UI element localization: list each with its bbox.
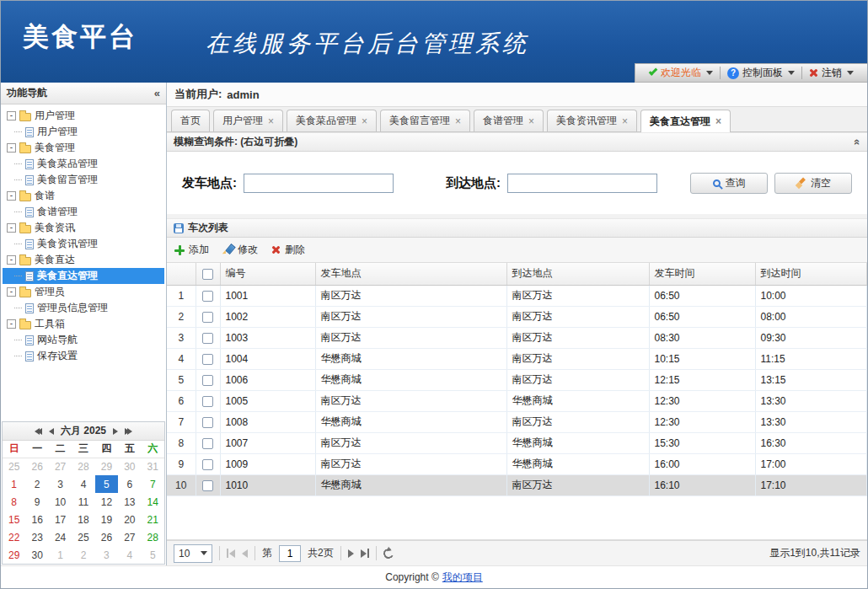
table-row[interactable]: 51006华懋商城南区万达12:1513:15 [167, 369, 867, 390]
expand-toggle-icon[interactable]: - [7, 255, 16, 265]
calendar-day[interactable]: 25 [3, 458, 25, 475]
calendar-day[interactable]: 29 [95, 458, 118, 475]
depart-input[interactable] [244, 174, 394, 193]
prev-page-button[interactable] [242, 549, 248, 558]
calendar-day[interactable]: 14 [142, 493, 164, 511]
tab-close-icon[interactable]: × [455, 116, 461, 126]
calendar-day[interactable]: 28 [142, 528, 164, 546]
calendar-day[interactable]: 1 [49, 546, 72, 564]
calendar-day[interactable]: 29 [3, 546, 25, 564]
tree-item[interactable]: 网站导航 [3, 332, 164, 348]
calendar-day[interactable]: 23 [25, 528, 48, 546]
calendar-day[interactable]: 21 [142, 511, 164, 528]
tree-item[interactable]: 管理员信息管理 [3, 300, 164, 316]
calendar-day[interactable]: 12 [95, 493, 118, 511]
tree-item[interactable]: 用户管理 [3, 124, 164, 140]
expand-toggle-icon[interactable]: - [7, 319, 16, 329]
calendar-day[interactable]: 22 [3, 528, 25, 546]
column-header[interactable]: 到达地点 [506, 263, 649, 285]
tree-folder[interactable]: -用户管理 [3, 108, 164, 124]
tree-folder[interactable]: -美食资讯 [3, 220, 164, 236]
calendar-day[interactable]: 27 [49, 458, 72, 475]
row-checkbox[interactable] [202, 459, 213, 470]
tree-folder[interactable]: -美食管理 [3, 140, 164, 156]
calendar-day[interactable]: 18 [72, 511, 94, 528]
logout-menu[interactable]: 注销 [802, 66, 860, 80]
table-row[interactable]: 61005南区万达华懋商城12:3013:30 [167, 390, 867, 411]
calendar-day[interactable]: 31 [142, 458, 164, 475]
table-row[interactable]: 11001南区万达南区万达06:5010:00 [167, 285, 867, 306]
tab-美食直达管理[interactable]: 美食直达管理× [640, 110, 731, 132]
clear-button[interactable]: 清空 [774, 173, 852, 194]
row-checkbox[interactable] [202, 417, 213, 428]
tab-美食菜品管理[interactable]: 美食菜品管理× [287, 110, 377, 131]
calendar-day[interactable]: 2 [72, 546, 94, 564]
row-checkbox[interactable] [202, 438, 213, 449]
calendar-next-year-button[interactable] [125, 428, 132, 435]
calendar-day[interactable]: 26 [95, 528, 118, 546]
expand-toggle-icon[interactable]: - [7, 143, 16, 153]
tree-folder[interactable]: -工具箱 [3, 316, 164, 332]
calendar-day[interactable]: 16 [25, 511, 48, 528]
row-checkbox[interactable] [202, 333, 213, 344]
tab-美食留言管理[interactable]: 美食留言管理× [380, 110, 470, 131]
calendar-day[interactable]: 28 [72, 458, 94, 475]
next-page-button[interactable] [348, 549, 354, 558]
tree-item[interactable]: 保存设置 [3, 348, 164, 364]
calendar-day[interactable]: 25 [72, 528, 94, 546]
row-checkbox[interactable] [202, 396, 213, 407]
table-row[interactable]: 91009南区万达华懋商城16:0017:00 [167, 453, 867, 474]
tree-folder[interactable]: -管理员 [3, 284, 164, 300]
tab-close-icon[interactable]: × [622, 116, 628, 126]
expand-toggle-icon[interactable]: - [7, 191, 16, 201]
row-checkbox[interactable] [202, 354, 213, 365]
tab-close-icon[interactable]: × [268, 116, 274, 126]
calendar-day[interactable]: 19 [95, 511, 118, 528]
add-button[interactable]: 添加 [174, 243, 209, 257]
tab-美食资讯管理[interactable]: 美食资讯管理× [547, 110, 637, 131]
table-row[interactable]: 31003南区万达南区万达08:3009:30 [167, 327, 867, 348]
table-row[interactable]: 21002南区万达南区万达06:5008:00 [167, 306, 867, 327]
tree-item[interactable]: 美食留言管理 [3, 172, 164, 188]
calendar-day[interactable]: 24 [49, 528, 72, 546]
calendar-day[interactable]: 11 [72, 493, 94, 511]
column-header[interactable]: 编号 [220, 263, 315, 285]
tab-食谱管理[interactable]: 食谱管理× [474, 110, 544, 131]
refresh-icon[interactable] [382, 547, 394, 560]
calendar-day[interactable]: 20 [118, 511, 141, 528]
expand-toggle-icon[interactable]: - [7, 111, 16, 120]
column-header[interactable]: 到达时间 [755, 263, 867, 285]
row-checkbox[interactable] [202, 312, 213, 323]
tree-item[interactable]: 美食菜品管理 [3, 156, 164, 172]
row-checkbox[interactable] [202, 291, 213, 302]
calendar-day[interactable]: 8 [3, 493, 25, 511]
column-header[interactable]: 发车时间 [649, 263, 755, 285]
table-row[interactable]: 41004华懋商城南区万达10:1511:15 [167, 348, 867, 369]
select-all-checkbox[interactable] [202, 269, 213, 280]
control-panel-menu[interactable]: 控制面板 [721, 66, 801, 80]
calendar-day[interactable]: 15 [3, 511, 25, 528]
page-size-select[interactable]: 10 [174, 544, 212, 563]
tree-item[interactable]: 食谱管理 [3, 204, 164, 220]
edit-button[interactable]: 修改 [222, 243, 258, 257]
calendar-day[interactable]: 4 [118, 546, 141, 564]
calendar-day[interactable]: 10 [49, 493, 72, 511]
calendar-day[interactable]: 5 [95, 475, 118, 493]
table-row[interactable]: 71008华懋商城南区万达12:3013:30 [167, 411, 867, 432]
calendar-day[interactable]: 26 [25, 458, 48, 475]
sidebar-collapse-icon[interactable]: « [154, 87, 160, 99]
expand-toggle-icon[interactable]: - [7, 287, 16, 297]
row-checkbox[interactable] [202, 480, 213, 491]
calendar-day[interactable]: 3 [95, 546, 118, 564]
footer-link[interactable]: 我的项目 [442, 570, 483, 585]
remove-button[interactable]: 删除 [271, 243, 305, 257]
welcome-menu[interactable]: 欢迎光临 [642, 66, 720, 80]
first-page-button[interactable] [227, 549, 235, 558]
row-checkbox[interactable] [202, 375, 213, 386]
calendar-day[interactable]: 1 [3, 475, 25, 493]
calendar-prev-year-button[interactable] [35, 428, 42, 435]
calendar-day[interactable]: 13 [118, 493, 141, 511]
expand-toggle-icon[interactable]: - [7, 223, 16, 233]
tab-close-icon[interactable]: × [528, 116, 534, 126]
calendar-day[interactable]: 17 [49, 511, 72, 528]
